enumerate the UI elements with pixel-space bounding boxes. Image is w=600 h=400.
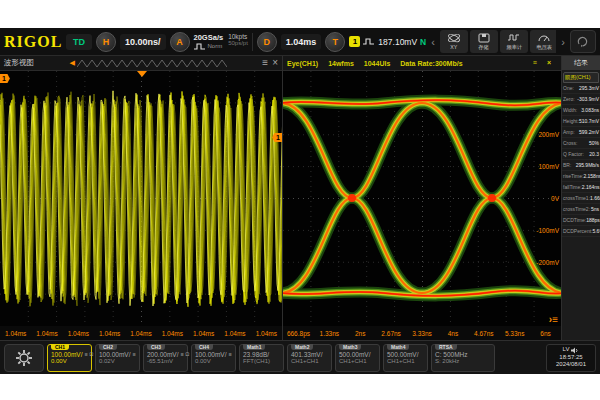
eye-voltage-label: 0V	[551, 195, 559, 202]
channel-option-icons: ≡ Ω	[84, 351, 93, 357]
waveform-display[interactable]: 1 1	[0, 71, 282, 326]
axis-tick-label: 3.33ns	[407, 330, 438, 337]
eye-diagram-display[interactable]: 200mV100mV0V-100mV-200mV ›≡	[283, 71, 561, 326]
box-line2: CH1+CH1	[339, 358, 376, 364]
acquire-knob[interactable]: A	[170, 32, 190, 52]
result-value: 295.9Mb/s	[576, 162, 599, 168]
box-line1: 100.00mV/≡	[99, 351, 136, 358]
toolbar-button-xy[interactable]: XY	[440, 30, 468, 53]
result-label: fallTime:	[563, 184, 582, 190]
box-line1: 500.00mV/	[387, 351, 424, 358]
box-line2: CH1+CH1	[387, 358, 424, 364]
eye-wfms-count: 14wfms	[328, 60, 354, 67]
overview-zigzag-icon	[77, 59, 227, 68]
math-box-math2[interactable]: Math2401.33mV/CH1+CH1	[287, 344, 332, 372]
results-panel-title: 结果	[562, 56, 600, 70]
channel-box-ch3[interactable]: CH3200.00mV/≡ Ω-65.51mV	[143, 344, 188, 372]
box-line1: 23.98dB/	[243, 351, 280, 358]
result-value: 2.158ns	[583, 173, 600, 179]
acquire-mode-icon	[194, 42, 206, 51]
box-line1: 500.00mV/	[339, 351, 376, 358]
waveform-overview-strip[interactable]: ◀	[38, 59, 258, 68]
box-tab-label: CH4	[195, 344, 213, 350]
channel-box-ch1[interactable]: CH1100.00mV/≡ Ω0.00V	[47, 344, 92, 372]
refresh-icon-button[interactable]	[570, 30, 596, 53]
expand-menu-icon[interactable]: ›≡	[549, 314, 558, 325]
trigger-info[interactable]: 1 187.10mV N	[349, 36, 426, 47]
axis-tick-label: 4.67ns	[468, 330, 499, 337]
result-row: Width:3.083ns	[562, 105, 600, 116]
results-tab-eye-ch1[interactable]: 眼图(CH1)	[563, 72, 599, 83]
delay-value[interactable]: 1.04ms	[281, 34, 322, 50]
settings-button[interactable]	[4, 344, 44, 372]
result-value: 3.083ns	[581, 107, 599, 113]
waveform-time-axis: 1.04ms1.04ms1.04ms1.04ms1.04ms1.04ms1.04…	[0, 326, 282, 340]
result-label: Width:	[563, 107, 577, 113]
close-icon[interactable]: ×	[547, 58, 551, 68]
box-line1: 100.00mV/≡ Ω	[51, 351, 88, 358]
channel-option-icons: ≡	[228, 351, 231, 357]
acquisition-info[interactable]: 20GSa/s Norm 10kpts 50ps/pt	[194, 33, 253, 51]
toolbar-button-storage[interactable]: 存储	[470, 30, 498, 53]
close-icon[interactable]: ×	[272, 58, 278, 68]
rtsa-center-freq: C: 500MHz	[435, 351, 491, 358]
box-tab-label: CH1	[51, 344, 69, 350]
delay-knob[interactable]: D	[257, 32, 277, 52]
sound-icon	[571, 347, 579, 354]
box-line1: 200.00mV/≡ Ω	[147, 351, 184, 358]
result-value: 5ns	[591, 206, 599, 212]
xy-icon	[447, 33, 461, 43]
axis-tick-label: 1.04ms	[219, 330, 250, 337]
eye-voltage-label: 100mV	[538, 163, 559, 170]
result-value: 1.66ns	[590, 195, 600, 201]
box-tab-label: Math3	[339, 344, 361, 350]
toolbar-button-freq-counter[interactable]: 频率计	[500, 30, 528, 53]
axis-tick-label: 4ns	[437, 330, 468, 337]
axis-tick-label: 1.04ms	[94, 330, 125, 337]
axis-tick-label: 1.04ms	[31, 330, 62, 337]
math-box-math1[interactable]: Math123.98dB/FFT(CH1)	[239, 344, 284, 372]
result-value: 5.6%	[592, 228, 600, 234]
function-toolbar: XY存储频率计电压表眼图解码波形录制	[440, 30, 556, 53]
result-label: Q Factor:	[563, 151, 584, 157]
axis-tick-label: 666.8ps	[283, 330, 314, 337]
waveform-panel-header: 波形视图 ◀ ≡ ×	[0, 56, 282, 71]
clock[interactable]: LV 18:57:25 2024/08/01	[546, 344, 596, 372]
trigger-status-badge[interactable]: TD	[66, 34, 92, 50]
horizontal-knob[interactable]: H	[96, 32, 116, 52]
channel-box-ch4[interactable]: CH4100.00mV/≡0.00V	[191, 344, 236, 372]
result-value: -303.9mV	[577, 96, 599, 102]
box-line2: 0.00V	[51, 358, 88, 364]
math-box-math4[interactable]: Math4500.00mV/CH1+CH1	[383, 344, 428, 372]
toolbar-scroll-right[interactable]: ›	[560, 36, 566, 48]
channel-box-ch2[interactable]: CH2100.00mV/≡0.02V	[95, 344, 140, 372]
eye-panel-title: Eye(CH1)	[287, 60, 318, 67]
box-line2: 0.00V	[195, 358, 232, 364]
axis-tick-label: 2.67ns	[376, 330, 407, 337]
math-box-math3[interactable]: Math3500.00mV/CH1+CH1	[335, 344, 380, 372]
axis-tick-label: 1.04ms	[188, 330, 219, 337]
horizontal-scale-value[interactable]: 10.00ns/	[120, 34, 166, 50]
toolbar-button-voltmeter[interactable]: 电压表	[530, 30, 556, 53]
toolbar-scroll-left[interactable]: ‹	[430, 36, 436, 48]
menu-icon[interactable]: ≡	[533, 58, 537, 68]
rtsa-box[interactable]: RTSAC: 500MHzS: 20kHz	[431, 344, 495, 372]
oscilloscope-app: RIGOL TD H 10.00ns/ A 20GSa/s Norm 10kpt…	[0, 28, 600, 374]
trigger-coupling-badge: N	[420, 37, 426, 47]
toolbar-button-label: 存储	[479, 44, 489, 51]
trigger-knob[interactable]: T	[325, 32, 345, 52]
toolbar-button-label: XY	[450, 44, 457, 50]
box-line1: 401.33mV/	[291, 351, 328, 358]
result-label: DCDTime:	[563, 217, 586, 223]
box-tab-label: Math4	[387, 344, 409, 350]
channel-option-icons: ≡ Ω	[180, 351, 189, 357]
time-display: 18:57:25	[559, 354, 582, 362]
toolbar-button-label: 电压表	[536, 44, 552, 51]
eye-voltage-label: 200mV	[538, 131, 559, 138]
menu-icon[interactable]: ≡	[262, 58, 268, 68]
trigger-position-marker[interactable]	[137, 71, 147, 77]
box-line1: 100.00mV/≡	[195, 351, 232, 358]
result-row: DCDPercent:5.6%	[562, 226, 600, 237]
memory-depth-value: 10kpts	[228, 33, 248, 40]
result-value: 2.164ns	[582, 184, 600, 190]
